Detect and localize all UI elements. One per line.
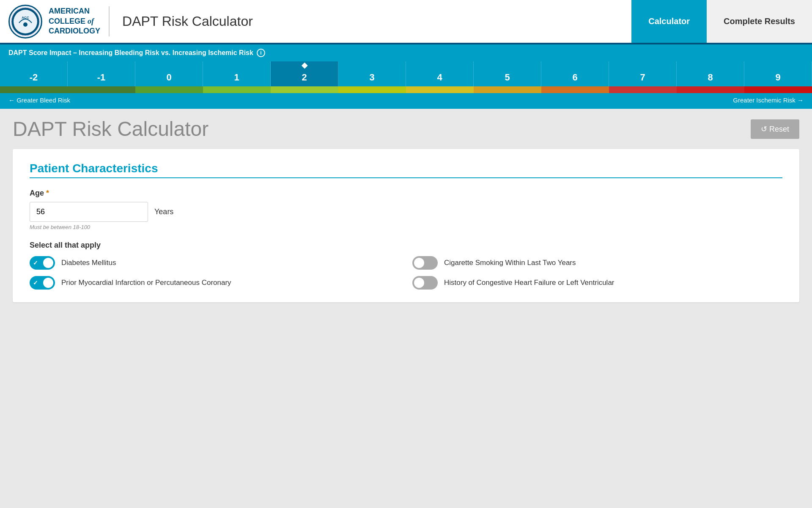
score-cell-0: 0 (135, 61, 203, 86)
toggle-prior_mi[interactable]: ✓ (30, 276, 55, 290)
score-cell--1: -1 (68, 61, 135, 86)
toggle-diabetes[interactable]: ✓ (30, 256, 55, 270)
toggle-row-smoking: Cigarette Smoking Within Last Two Years (412, 256, 782, 270)
score-scale: -2-101◆23456789 (0, 61, 812, 86)
score-cell-7: 7 (609, 61, 677, 86)
tab-calculator[interactable]: Calculator (631, 0, 707, 43)
score-cell-1: 1 (203, 61, 271, 86)
toggle-row-prior_mi: ✓Prior Myocardial Infarction or Percutan… (30, 276, 400, 290)
page-title-row: DAPT Risk Calculator ↺ Reset (13, 117, 799, 141)
age-label: Age * (30, 189, 782, 198)
section-divider (30, 177, 782, 178)
color-segment-2 (135, 86, 203, 93)
age-hint: Must be between 18-100 (30, 224, 782, 230)
color-segment-0 (0, 86, 68, 93)
toggle-chf[interactable] (412, 276, 438, 290)
toggle-label-prior_mi: Prior Myocardial Infarction or Percutane… (61, 279, 231, 287)
toggle-label-diabetes: Diabetes Mellitus (61, 259, 116, 267)
color-segment-10 (677, 86, 744, 93)
score-cell-2: ◆2 (271, 61, 338, 86)
toggle-label-smoking: Cigarette Smoking Within Last Two Years (444, 259, 576, 267)
calculator-card: Patient Characteristics Age * Years Must… (13, 149, 799, 302)
score-cell-9: 9 (744, 61, 812, 86)
svg-point-3 (23, 22, 27, 27)
app-header: ACC AMERICAN COLLEGE of CARDIOLOGY DAPT … (0, 0, 812, 44)
logo-area: ACC AMERICAN COLLEGE of CARDIOLOGY (0, 0, 109, 43)
reset-button[interactable]: ↺ Reset (751, 119, 799, 139)
score-cell-6: 6 (541, 61, 609, 86)
color-segment-11 (744, 86, 812, 93)
label-bleed: ← Greater Bleed Risk (8, 97, 70, 104)
color-segment-8 (541, 86, 609, 93)
score-labels: ← Greater Bleed Risk Greater Ischemic Ri… (0, 93, 812, 109)
main-area: DAPT Risk Calculator ↺ Reset Patient Cha… (0, 109, 812, 311)
section-title: Patient Characteristics (30, 162, 782, 175)
score-cell-5: 5 (474, 61, 541, 86)
required-star: * (46, 189, 49, 198)
toggle-grid: ✓Diabetes MellitusCigarette Smoking With… (30, 256, 782, 290)
color-segment-4 (271, 86, 338, 93)
color-segment-5 (338, 86, 406, 93)
color-segment-6 (406, 86, 474, 93)
toggle-row-chf: History of Congestive Heart Failure or L… (412, 276, 782, 290)
color-segment-7 (474, 86, 541, 93)
score-cell-4: 4 (406, 61, 474, 86)
info-icon[interactable]: i (257, 49, 265, 57)
score-cell-8: 8 (677, 61, 744, 86)
age-unit: Years (154, 207, 173, 216)
age-input[interactable] (30, 202, 148, 222)
score-bar-header: DAPT Score Impact – Increasing Bleeding … (0, 44, 812, 61)
score-cell--2: -2 (0, 61, 68, 86)
toggle-row-diabetes: ✓Diabetes Mellitus (30, 256, 400, 270)
nav-tabs: Calculator Complete Results (631, 0, 812, 43)
color-segment-9 (609, 86, 677, 93)
toggle-smoking[interactable] (412, 256, 438, 270)
app-title: DAPT Risk Calculator (110, 0, 631, 43)
select-all-label: Select all that apply (30, 241, 782, 250)
logo-emblem: ACC (8, 5, 42, 39)
color-segment-1 (68, 86, 135, 93)
score-cell-3: 3 (338, 61, 406, 86)
toggle-label-chf: History of Congestive Heart Failure or L… (444, 279, 614, 287)
color-segment-3 (203, 86, 271, 93)
color-bar (0, 86, 812, 93)
svg-point-1 (14, 10, 37, 33)
active-indicator: ◆ (302, 61, 307, 70)
age-field-row: Years (30, 202, 782, 222)
page-title: DAPT Risk Calculator (13, 117, 208, 141)
tab-complete-results[interactable]: Complete Results (707, 0, 812, 43)
label-ischemic: Greater Ischemic Risk → (733, 97, 804, 104)
org-name: AMERICAN COLLEGE of CARDIOLOGY (49, 6, 100, 36)
